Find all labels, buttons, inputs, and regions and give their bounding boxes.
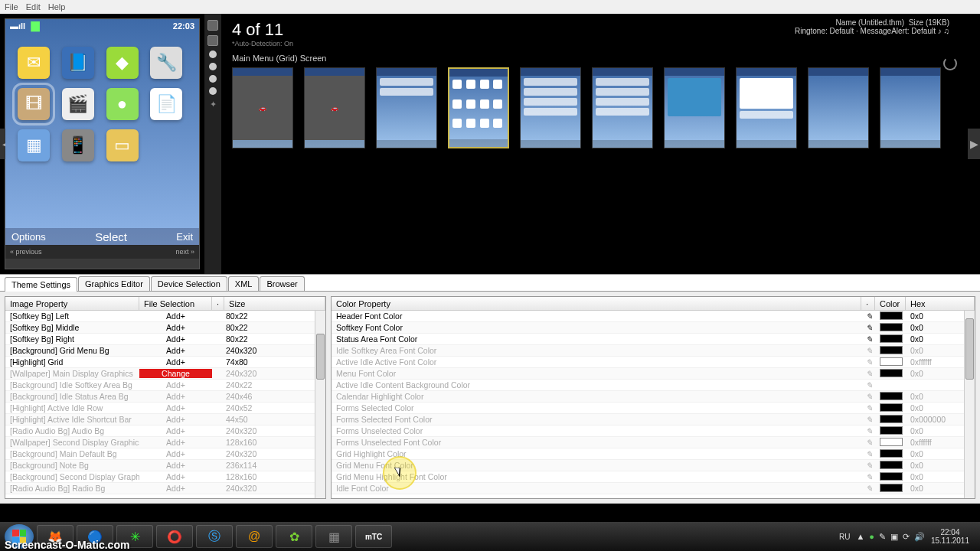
softkey-left[interactable]: Options bbox=[11, 231, 46, 243]
color-row[interactable]: Forms Selected Font Color✎0x000000 bbox=[332, 414, 975, 425]
app-media-selected-icon[interactable]: 🎞 bbox=[18, 88, 50, 120]
refresh-icon[interactable] bbox=[943, 57, 957, 70]
app-green-icon[interactable]: ● bbox=[106, 88, 139, 120]
color-row[interactable]: Forms Unselected Font Color✎0xffffff bbox=[332, 437, 975, 448]
tab-theme-settings[interactable]: Theme Settings bbox=[5, 277, 77, 292]
tab-browser[interactable]: Browser bbox=[260, 276, 304, 291]
tool-2[interactable] bbox=[207, 35, 218, 46]
app-messages-icon[interactable]: ✉ bbox=[18, 47, 50, 79]
thumb-2[interactable]: 🚗 bbox=[304, 67, 365, 148]
tab-device-selection[interactable]: Device Selection bbox=[151, 276, 227, 291]
color-row[interactable]: Idle Font Color✎0x0 bbox=[332, 483, 975, 494]
image-row[interactable]: [Background] Main Default BgAdd+240x320 bbox=[5, 448, 325, 460]
color-row[interactable]: Menu Font Color✎0x0 bbox=[332, 368, 975, 380]
menu-help[interactable]: Help bbox=[48, 2, 66, 11]
col-image-property[interactable]: Image Property bbox=[5, 297, 139, 310]
tool-1[interactable] bbox=[207, 20, 218, 31]
image-row[interactable]: [Background] Idle Status Area BgAdd+240x… bbox=[5, 391, 325, 403]
app-notes-icon[interactable]: 📄 bbox=[150, 88, 182, 120]
dpad-icon[interactable]: ✦ bbox=[207, 99, 219, 112]
app-movie-icon[interactable]: 🎬 bbox=[62, 88, 94, 120]
color-row[interactable]: Header Font Color✎0x0 bbox=[332, 311, 975, 322]
thumb-10[interactable] bbox=[880, 67, 941, 148]
col-color[interactable]: Color bbox=[875, 297, 906, 310]
col-file-selection[interactable]: File Selection bbox=[139, 297, 212, 310]
col-sort[interactable]: · bbox=[212, 297, 224, 310]
color-row[interactable]: Status Area Font Color✎0x0 bbox=[332, 334, 975, 345]
tool-dot-2[interactable] bbox=[209, 63, 217, 70]
next-screen-arrow[interactable]: ▶ bbox=[968, 129, 980, 159]
color-row[interactable]: Forms Unselected Color✎0x0 bbox=[332, 425, 975, 437]
image-row[interactable]: [Highlight] GridAdd+74x80 bbox=[5, 357, 325, 368]
thumb-5[interactable] bbox=[520, 67, 581, 148]
tray-icon[interactable]: ● bbox=[869, 532, 874, 542]
softkey-select[interactable]: Select bbox=[95, 230, 127, 243]
color-row[interactable]: Calendar Highlight Color✎0x0 bbox=[332, 391, 975, 403]
app-phone-icon[interactable]: 📱 bbox=[62, 129, 94, 161]
image-row[interactable]: [Background] Note BgAdd+236x114 bbox=[5, 460, 325, 471]
tool-dot-4[interactable] bbox=[209, 87, 217, 95]
color-row[interactable]: Active Idle Active Font Color✎0xffffff bbox=[332, 357, 975, 368]
image-row[interactable]: [Softkey Bg] MiddleAdd+80x22 bbox=[5, 322, 325, 334]
image-scrollbar[interactable] bbox=[315, 311, 325, 498]
taskbar-mtc[interactable]: mTC bbox=[355, 525, 392, 548]
tray-icon[interactable]: ▣ bbox=[890, 532, 898, 542]
tray-volume-icon[interactable]: 🔊 bbox=[914, 532, 925, 542]
col-hex[interactable]: Hex bbox=[906, 297, 975, 310]
thumb-7[interactable] bbox=[664, 67, 725, 148]
taskbar-app-8[interactable]: ▦ bbox=[315, 525, 352, 548]
col-color-property[interactable]: Color Property bbox=[332, 297, 861, 310]
color-scrollbar[interactable] bbox=[964, 311, 975, 498]
tray-lang[interactable]: RU bbox=[839, 533, 850, 541]
thumb-6[interactable] bbox=[592, 67, 653, 148]
menu-file[interactable]: File bbox=[5, 2, 18, 11]
tool-dot-1[interactable] bbox=[209, 51, 217, 58]
nav-next[interactable]: next » bbox=[175, 248, 194, 256]
color-row[interactable]: Softkey Font Color✎0x0 bbox=[332, 322, 975, 334]
nav-previous[interactable]: « previous bbox=[10, 248, 42, 256]
app-contacts-icon[interactable]: 📘 bbox=[62, 47, 94, 79]
col-sort-2[interactable]: · bbox=[861, 297, 875, 310]
thumb-3[interactable] bbox=[376, 67, 437, 148]
tab-xml[interactable]: XML bbox=[228, 276, 260, 291]
col-size[interactable]: Size bbox=[224, 297, 325, 310]
image-row[interactable]: [Radio Audio Bg] Radio BgAdd+240x320 bbox=[5, 483, 325, 494]
taskbar-opera[interactable]: ⭕ bbox=[156, 525, 193, 548]
tray-icon[interactable]: ▲ bbox=[856, 532, 864, 542]
image-row[interactable]: [Background] Idle Softkey Area BgAdd+240… bbox=[5, 380, 325, 391]
tray-clock[interactable]: 22:04 15.11.2011 bbox=[931, 528, 969, 545]
thumb-9[interactable] bbox=[808, 67, 869, 148]
taskbar-skype[interactable]: Ⓢ bbox=[196, 525, 233, 548]
color-row[interactable]: Idle Softkey Area Font Color✎0x0 bbox=[332, 345, 975, 357]
tab-graphics-editor[interactable]: Graphics Editor bbox=[78, 276, 150, 291]
image-row[interactable]: [Background] Second Display GraphicsAdd+… bbox=[5, 471, 325, 483]
app-apps-icon[interactable]: ▦ bbox=[18, 129, 50, 161]
taskbar-mail[interactable]: @ bbox=[236, 525, 273, 548]
preview-workspace: ◀ ▬ıll █▌ 22:03 ✉ 📘 ◆ 🔧 🎞 🎬 ● 📄 ▦ 📱 bbox=[0, 14, 980, 274]
color-row[interactable]: Grid Menu Font Color✎0x0 bbox=[332, 460, 975, 471]
image-row[interactable]: [Softkey Bg] RightAdd+80x22 bbox=[5, 334, 325, 345]
color-row[interactable]: Active Idle Content Background Color✎ bbox=[332, 380, 975, 391]
image-row[interactable]: [Wallpaper] Main Display GraphicsChange2… bbox=[5, 368, 325, 380]
image-row[interactable]: [Softkey Bg] LeftAdd+80x22 bbox=[5, 311, 325, 322]
menu-edit[interactable]: Edit bbox=[26, 2, 41, 11]
image-row[interactable]: [Radio Audio Bg] Audio BgAdd+240x320 bbox=[5, 425, 325, 437]
taskbar-icq[interactable]: ✿ bbox=[276, 525, 312, 548]
color-row[interactable]: Grid Highlight Color✎0x0 bbox=[332, 448, 975, 460]
image-row[interactable]: [Wallpaper] Second Display GraphicsAdd+1… bbox=[5, 437, 325, 448]
color-row[interactable]: Forms Selected Color✎0x0 bbox=[332, 403, 975, 414]
tool-dot-3[interactable] bbox=[209, 75, 217, 83]
thumb-1[interactable]: 🚗 bbox=[232, 67, 293, 148]
app-web-icon[interactable]: ◆ bbox=[106, 47, 139, 79]
color-row[interactable]: Grid Menu Highlight Font Color✎0x0 bbox=[332, 471, 975, 483]
image-row[interactable]: [Background] Grid Menu BgAdd+240x320 bbox=[5, 345, 325, 357]
tray-icon[interactable]: ✎ bbox=[879, 532, 886, 542]
app-settings-icon[interactable]: 🔧 bbox=[150, 47, 182, 79]
softkey-right[interactable]: Exit bbox=[176, 231, 193, 243]
image-row[interactable]: [Highlight] Active Idle RowAdd+240x52 bbox=[5, 403, 325, 414]
tray-icon[interactable]: ⟳ bbox=[903, 532, 910, 542]
thumb-8[interactable] bbox=[736, 67, 797, 148]
thumb-4-selected[interactable] bbox=[448, 67, 509, 148]
image-row[interactable]: [Highlight] Active Idle Shortcut BarAdd+… bbox=[5, 414, 325, 425]
app-sim-icon[interactable]: ▭ bbox=[106, 129, 139, 161]
